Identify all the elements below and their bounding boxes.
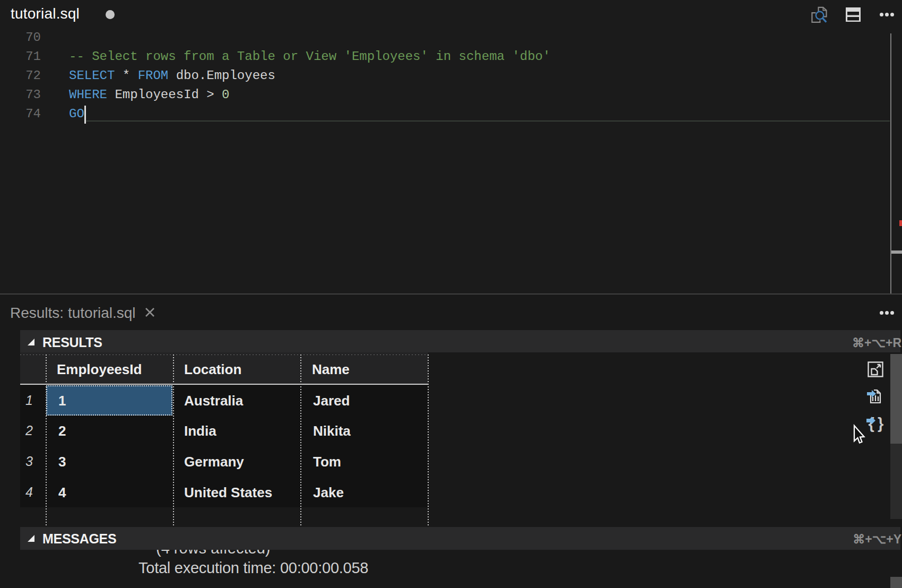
svg-text:}: } <box>878 415 883 432</box>
